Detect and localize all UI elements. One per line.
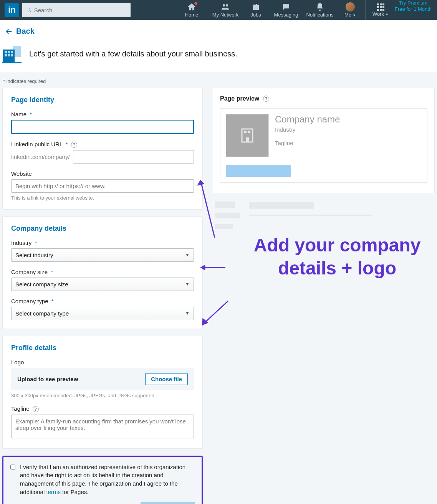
annotation-arrow-2	[197, 264, 227, 271]
linkedin-logo[interactable]: in	[5, 3, 19, 17]
industry-select[interactable]: Select industry▼	[11, 248, 194, 262]
building-icon	[2, 45, 22, 63]
industry-label: Industry *	[11, 240, 194, 246]
upload-text: Upload to see preview	[17, 376, 78, 382]
nav-jobs[interactable]: Jobs	[242, 0, 269, 20]
search-input[interactable]	[34, 7, 127, 13]
nav-work[interactable]: Work▼	[367, 0, 394, 20]
svg-rect-7	[11, 54, 13, 56]
verify-checkbox[interactable]	[10, 464, 15, 471]
avatar-icon	[346, 2, 355, 12]
svg-rect-11	[244, 131, 247, 133]
company-details-card: Company details Industry * Select indust…	[2, 216, 203, 329]
preview-button-placeholder	[226, 165, 291, 177]
building-placeholder-icon	[240, 127, 255, 144]
chevron-down-icon: ▼	[185, 281, 190, 287]
website-input[interactable]	[11, 179, 194, 193]
profile-details-card: Profile details Logo Upload to see previ…	[2, 336, 203, 449]
hero-text: Let's get started with a few details abo…	[29, 50, 237, 58]
page-preview-card: Page preview ? Company name Industry Tag…	[213, 88, 435, 193]
annotation-text: Add your company details + logo	[240, 234, 435, 280]
url-input[interactable]	[73, 150, 194, 164]
svg-rect-5	[5, 54, 7, 56]
preview-inner: Company name Industry Tagline	[220, 108, 427, 183]
svg-rect-3	[8, 51, 10, 53]
page-preview-title: Page preview ?	[220, 95, 427, 102]
type-select[interactable]: Select company type▼	[11, 307, 194, 320]
url-label: LinkedIn public URL * ?	[11, 141, 194, 148]
help-icon[interactable]: ?	[71, 142, 77, 148]
help-icon[interactable]: ?	[33, 406, 39, 412]
chevron-down-icon: ▼	[185, 311, 190, 316]
chevron-down-icon: ▼	[185, 252, 190, 258]
url-prefix: linkedin.com/company/	[11, 154, 70, 160]
svg-rect-6	[8, 54, 10, 56]
size-select[interactable]: Select company size▼	[11, 278, 194, 291]
tagline-input[interactable]	[11, 415, 194, 438]
choose-file-button[interactable]: Choose file	[145, 373, 188, 385]
nav-me[interactable]: Me▼	[337, 0, 364, 20]
terms-link[interactable]: terms	[46, 489, 61, 495]
logo-label: Logo	[11, 359, 194, 365]
upload-box: Upload to see preview Choose file	[11, 368, 194, 390]
name-input[interactable]	[11, 120, 194, 134]
company-details-heading: Company details	[11, 225, 194, 233]
premium-link[interactable]: Try Premium Free for 1 Month	[394, 0, 432, 20]
grid-icon	[377, 3, 384, 11]
logo-hint: 300 x 300px recommended. JPGs, JPEGs, an…	[11, 393, 194, 398]
page-identity-card: Page identity Name * LinkedIn public URL…	[2, 88, 203, 210]
annotation-arrow-3	[197, 299, 232, 330]
nav-network[interactable]: My Network	[209, 0, 242, 20]
profile-details-heading: Profile details	[11, 344, 194, 352]
svg-marker-16	[200, 265, 205, 270]
preview-name: Company name	[275, 114, 340, 125]
preview-industry: Industry	[275, 126, 340, 133]
svg-marker-14	[197, 180, 204, 185]
annotation-arrow-1	[197, 176, 220, 241]
hero: Let's get started with a few details abo…	[0, 42, 437, 73]
top-nav: in Home My Network Jobs Messaging Notifi…	[0, 0, 437, 20]
page-identity-heading: Page identity	[11, 96, 194, 104]
required-note: * indicates required	[0, 73, 437, 88]
create-page-button[interactable]: Create page	[141, 502, 195, 504]
preview-tagline: Tagline	[275, 140, 340, 146]
svg-rect-2	[5, 51, 7, 53]
nav-notifications[interactable]: Notifications	[303, 0, 337, 20]
message-icon	[281, 2, 291, 12]
nav-home[interactable]: Home	[175, 0, 209, 20]
help-icon[interactable]: ?	[263, 96, 269, 102]
arrow-left-icon	[5, 27, 13, 36]
website-hint: This is a link to your external website.	[11, 195, 194, 201]
name-label: Name *	[11, 111, 194, 117]
briefcase-icon	[251, 2, 260, 12]
notification-badge	[194, 2, 198, 5]
verify-text: I verify that I am an authorized represe…	[20, 463, 195, 496]
tagline-label: Tagline ?	[11, 405, 194, 412]
network-icon	[221, 2, 230, 12]
svg-rect-12	[248, 131, 250, 133]
search-icon	[26, 7, 32, 13]
svg-marker-18	[202, 318, 208, 325]
website-label: Website	[11, 170, 194, 177]
preview-logo-placeholder	[226, 114, 269, 157]
svg-rect-10	[246, 137, 249, 142]
preview-skeleton	[213, 202, 435, 229]
search-box[interactable]	[22, 3, 131, 17]
bell-icon	[315, 2, 324, 12]
verify-card: I verify that I am an authorized represe…	[2, 456, 203, 504]
size-label: Company size *	[11, 269, 194, 275]
svg-line-13	[200, 180, 215, 238]
svg-rect-8	[2, 62, 22, 63]
back-link[interactable]: Back	[5, 27, 35, 36]
type-label: Company type *	[11, 298, 194, 304]
svg-rect-4	[11, 51, 13, 53]
nav-messaging[interactable]: Messaging	[269, 0, 303, 20]
